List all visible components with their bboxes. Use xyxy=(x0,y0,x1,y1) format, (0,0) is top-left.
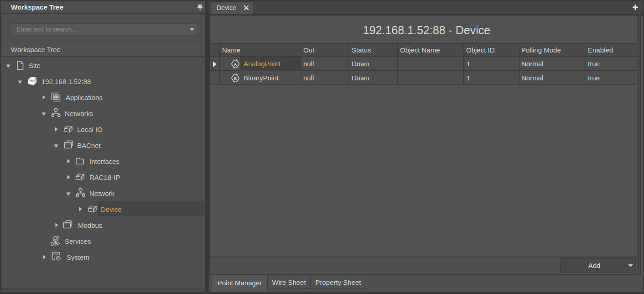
svg-text:A: A xyxy=(234,62,237,67)
svg-text:B: B xyxy=(234,76,237,81)
